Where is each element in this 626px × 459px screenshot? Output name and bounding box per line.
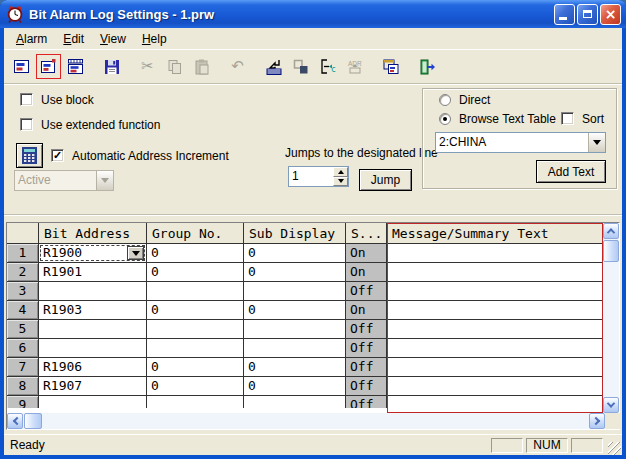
auto-address-increment-checkbox[interactable]: ✓ bbox=[51, 149, 64, 162]
use-block-checkbox[interactable] bbox=[20, 93, 33, 106]
row-number-cell[interactable]: 3 bbox=[7, 282, 39, 301]
message-cell[interactable] bbox=[387, 282, 602, 301]
sub-display-cell[interactable]: 0 bbox=[244, 244, 346, 263]
menu-edit[interactable]: Edit bbox=[55, 30, 92, 48]
group-no-cell[interactable]: 0 bbox=[147, 358, 244, 377]
sub-display-cell[interactable]: 0 bbox=[244, 377, 346, 396]
state-cell[interactable]: On bbox=[346, 301, 387, 320]
insert-row-button[interactable] bbox=[261, 54, 286, 79]
menu-help[interactable]: Help bbox=[134, 30, 175, 48]
bit-address-cell[interactable]: R1907 bbox=[39, 377, 147, 396]
state-cell[interactable]: Off bbox=[346, 320, 387, 339]
horizontal-scrollbar[interactable] bbox=[7, 413, 605, 429]
close-button[interactable]: × bbox=[600, 4, 621, 25]
row-number-cell[interactable]: 6 bbox=[7, 339, 39, 358]
group-no-cell[interactable] bbox=[147, 396, 244, 408]
message-cell[interactable] bbox=[387, 396, 602, 408]
jump-line-value[interactable]: 1 bbox=[289, 167, 333, 186]
group-no-cell[interactable]: 0 bbox=[147, 301, 244, 320]
title-bar[interactable]: Bit Alarm Log Settings - 1.prw × bbox=[0, 0, 626, 28]
sub-display-cell[interactable] bbox=[244, 396, 346, 408]
bit-address-cell[interactable] bbox=[39, 320, 147, 339]
menu-view[interactable]: View bbox=[92, 30, 134, 48]
jump-line-spinner[interactable]: 1 bbox=[288, 166, 349, 187]
bit-log-form-button[interactable] bbox=[9, 54, 34, 79]
sub-display-cell[interactable] bbox=[244, 339, 346, 358]
sub-display-cell[interactable] bbox=[244, 320, 346, 339]
horizontal-scroll-thumb[interactable] bbox=[24, 413, 42, 429]
sub-display-cell[interactable]: 0 bbox=[244, 301, 346, 320]
message-cell[interactable] bbox=[387, 244, 602, 263]
maximize-button[interactable] bbox=[577, 4, 598, 25]
message-cell[interactable] bbox=[387, 263, 602, 282]
sort-checkbox[interactable] bbox=[561, 112, 574, 125]
bit-address-cell[interactable]: R1906 bbox=[39, 358, 147, 377]
group-no-cell[interactable]: 0 bbox=[147, 244, 244, 263]
sub-display-cell[interactable] bbox=[244, 282, 346, 301]
message-cell[interactable] bbox=[387, 301, 602, 320]
scroll-left-button[interactable] bbox=[7, 413, 23, 429]
header-group-no[interactable]: Group No. bbox=[147, 223, 244, 244]
row-number-cell[interactable]: 5 bbox=[7, 320, 39, 339]
message-cell[interactable] bbox=[387, 320, 602, 339]
direct-radio[interactable] bbox=[439, 94, 451, 106]
bit-address-cell[interactable]: R1903 bbox=[39, 301, 147, 320]
row-number-cell[interactable]: 7 bbox=[7, 358, 39, 377]
bit-address-cell[interactable] bbox=[39, 396, 147, 408]
menu-alarm[interactable]: Alarm bbox=[8, 30, 55, 48]
save-button[interactable] bbox=[99, 54, 124, 79]
bit-address-cell-selected[interactable]: R1900 bbox=[39, 244, 147, 263]
scroll-down-button[interactable] bbox=[603, 397, 619, 413]
state-cell[interactable]: Off bbox=[346, 358, 387, 377]
group-no-cell[interactable]: 0 bbox=[147, 377, 244, 396]
group-no-cell[interactable] bbox=[147, 282, 244, 301]
insert-column-button[interactable]: c bbox=[315, 54, 340, 79]
spin-up-button[interactable] bbox=[333, 167, 348, 177]
state-cell[interactable]: Off bbox=[346, 282, 387, 301]
resize-grip[interactable] bbox=[608, 442, 621, 455]
bit-log-form-ruler-button[interactable] bbox=[63, 54, 88, 79]
header-state[interactable]: S... bbox=[346, 223, 387, 244]
sub-display-cell[interactable]: 0 bbox=[244, 263, 346, 282]
state-cell[interactable]: Off bbox=[346, 339, 387, 358]
bit-address-cell[interactable] bbox=[39, 339, 147, 358]
bit-address-cell[interactable]: R1901 bbox=[39, 263, 147, 282]
row-number-cell[interactable]: 8 bbox=[7, 377, 39, 396]
message-cell[interactable] bbox=[387, 339, 602, 358]
scroll-right-button[interactable] bbox=[589, 413, 605, 429]
row-number-cell[interactable]: 4 bbox=[7, 301, 39, 320]
scroll-up-button[interactable] bbox=[603, 223, 619, 239]
group-no-cell[interactable] bbox=[147, 320, 244, 339]
text-table-dropdown-button[interactable] bbox=[588, 133, 605, 152]
add-text-button[interactable]: Add Text bbox=[536, 160, 606, 183]
jump-button[interactable]: Jump bbox=[359, 169, 412, 191]
state-cell[interactable]: On bbox=[346, 244, 387, 263]
row-number-cell[interactable]: 9 bbox=[7, 396, 39, 408]
exit-button[interactable] bbox=[414, 54, 439, 79]
vertical-scroll-thumb[interactable] bbox=[603, 240, 619, 262]
header-message[interactable]: Message/Summary Text bbox=[387, 223, 602, 244]
arrange-parts-button[interactable] bbox=[288, 54, 313, 79]
bit-address-cell[interactable] bbox=[39, 282, 147, 301]
bit-address-dropdown-button[interactable] bbox=[127, 246, 144, 260]
spin-down-button[interactable] bbox=[333, 177, 348, 187]
sub-display-cell[interactable]: 0 bbox=[244, 358, 346, 377]
header-bit-address[interactable]: Bit Address bbox=[39, 223, 147, 244]
message-cell[interactable] bbox=[387, 377, 602, 396]
row-number-cell[interactable]: 1 bbox=[7, 244, 39, 263]
row-number-cell[interactable]: 2 bbox=[7, 263, 39, 282]
group-no-cell[interactable] bbox=[147, 339, 244, 358]
use-extended-function-checkbox[interactable] bbox=[20, 118, 33, 131]
vertical-scrollbar[interactable] bbox=[603, 223, 619, 413]
message-cell[interactable] bbox=[387, 358, 602, 377]
bit-log-form-dot-button[interactable] bbox=[36, 54, 61, 79]
state-cell[interactable]: On bbox=[346, 263, 387, 282]
minimize-button[interactable] bbox=[554, 4, 575, 25]
text-table-select[interactable]: 2:CHINA bbox=[435, 132, 606, 153]
state-cell[interactable]: Off bbox=[346, 396, 387, 408]
group-no-cell[interactable]: 0 bbox=[147, 263, 244, 282]
header-sub-display[interactable]: Sub Display bbox=[244, 223, 346, 244]
keypad-button[interactable] bbox=[16, 143, 43, 168]
state-cell[interactable]: Off bbox=[346, 377, 387, 396]
browse-text-table-radio[interactable] bbox=[439, 113, 451, 125]
